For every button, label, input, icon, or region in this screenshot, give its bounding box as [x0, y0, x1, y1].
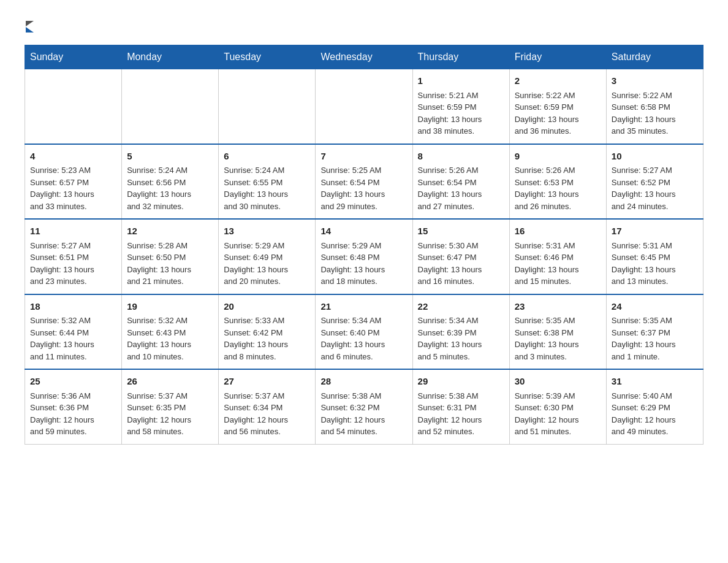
day-info: Sunrise: 5:26 AM	[515, 164, 601, 177]
day-number: 4	[30, 150, 116, 164]
day-info: Daylight: 13 hours	[127, 188, 213, 201]
calendar-cell: 29Sunrise: 5:38 AMSunset: 6:31 PMDayligh…	[412, 369, 509, 444]
day-info: Sunset: 6:35 PM	[127, 402, 213, 414]
day-info: Sunset: 6:48 PM	[320, 251, 407, 264]
day-info: Daylight: 13 hours	[127, 264, 213, 276]
day-info: Sunset: 6:50 PM	[127, 251, 213, 264]
weekday-header-thursday: Thursday	[412, 45, 509, 69]
day-info: and 32 minutes.	[127, 201, 213, 213]
day-info: and 23 minutes.	[30, 275, 116, 288]
day-number: 9	[515, 150, 601, 164]
weekday-header-wednesday: Wednesday	[316, 45, 412, 69]
calendar-cell	[219, 69, 316, 144]
day-info: and 16 minutes.	[418, 275, 504, 288]
day-info: Sunrise: 5:34 AM	[320, 315, 407, 327]
day-number: 18	[30, 300, 116, 314]
day-info: and 36 minutes.	[515, 125, 601, 137]
day-number: 31	[612, 375, 698, 389]
day-info: and 24 minutes.	[612, 201, 698, 213]
day-info: Daylight: 12 hours	[224, 414, 310, 426]
day-info: Sunrise: 5:37 AM	[127, 390, 213, 402]
day-info: and 15 minutes.	[515, 275, 601, 288]
day-info: Sunrise: 5:32 AM	[30, 315, 116, 327]
day-info: Daylight: 13 hours	[30, 264, 116, 276]
day-info: Daylight: 13 hours	[320, 339, 407, 351]
day-info: Sunrise: 5:31 AM	[612, 240, 698, 252]
calendar-cell: 19Sunrise: 5:32 AMSunset: 6:43 PMDayligh…	[122, 294, 219, 370]
calendar-cell	[122, 69, 219, 144]
day-info: Sunrise: 5:28 AM	[127, 240, 213, 252]
day-info: and 51 minutes.	[515, 426, 601, 438]
day-info: Sunset: 6:44 PM	[30, 327, 116, 339]
weekday-header-row: SundayMondayTuesdayWednesdayThursdayFrid…	[25, 45, 703, 69]
day-info: and 11 minutes.	[30, 351, 116, 363]
day-number: 3	[612, 74, 698, 88]
day-number: 2	[515, 74, 601, 88]
calendar-cell: 5Sunrise: 5:24 AMSunset: 6:56 PMDaylight…	[122, 144, 219, 220]
day-info: Sunrise: 5:33 AM	[224, 315, 310, 327]
day-info: and 20 minutes.	[224, 275, 310, 288]
day-number: 11	[30, 224, 116, 239]
day-info: Sunrise: 5:38 AM	[418, 390, 504, 402]
day-info: and 30 minutes.	[224, 201, 310, 213]
weekday-header-sunday: Sunday	[25, 45, 122, 69]
weekday-header-tuesday: Tuesday	[219, 45, 316, 69]
day-number: 30	[515, 375, 601, 389]
day-info: Sunrise: 5:22 AM	[515, 90, 601, 102]
day-info: Sunrise: 5:38 AM	[320, 390, 407, 402]
day-info: Sunrise: 5:29 AM	[224, 240, 310, 252]
day-info: Sunrise: 5:40 AM	[612, 390, 698, 402]
day-number: 15	[418, 224, 504, 239]
calendar-cell: 26Sunrise: 5:37 AMSunset: 6:35 PMDayligh…	[122, 369, 219, 444]
day-number: 16	[515, 224, 601, 239]
day-info: Sunset: 6:31 PM	[418, 402, 504, 414]
day-info: and 10 minutes.	[127, 351, 213, 363]
day-info: Daylight: 12 hours	[127, 414, 213, 426]
day-info: Sunrise: 5:37 AM	[224, 390, 310, 402]
day-number: 27	[224, 375, 310, 389]
day-info: Daylight: 13 hours	[418, 113, 504, 126]
day-info: Sunset: 6:52 PM	[612, 177, 698, 189]
day-info: Daylight: 13 hours	[515, 113, 601, 126]
calendar-cell: 20Sunrise: 5:33 AMSunset: 6:42 PMDayligh…	[219, 294, 316, 370]
week-row-2: 4Sunrise: 5:23 AMSunset: 6:57 PMDaylight…	[25, 144, 703, 220]
day-info: Sunset: 6:43 PM	[127, 327, 213, 339]
calendar-cell: 16Sunrise: 5:31 AMSunset: 6:46 PMDayligh…	[509, 219, 606, 294]
day-info: Daylight: 12 hours	[320, 414, 407, 426]
weekday-header-monday: Monday	[122, 45, 219, 69]
day-info: Sunset: 6:37 PM	[612, 327, 698, 339]
day-info: Sunrise: 5:24 AM	[127, 164, 213, 177]
day-info: and 13 minutes.	[612, 275, 698, 288]
day-number: 10	[612, 150, 698, 164]
day-info: Sunrise: 5:39 AM	[515, 390, 601, 402]
day-info: Sunset: 6:42 PM	[224, 327, 310, 339]
day-info: and 3 minutes.	[515, 351, 601, 363]
day-info: and 54 minutes.	[320, 426, 407, 438]
day-info: and 33 minutes.	[30, 201, 116, 213]
calendar-cell: 18Sunrise: 5:32 AMSunset: 6:44 PMDayligh…	[25, 294, 122, 370]
day-info: Sunrise: 5:29 AM	[320, 240, 407, 252]
calendar-cell: 30Sunrise: 5:39 AMSunset: 6:30 PMDayligh…	[509, 369, 606, 444]
day-info: and 58 minutes.	[127, 426, 213, 438]
calendar-cell: 27Sunrise: 5:37 AMSunset: 6:34 PMDayligh…	[219, 369, 316, 444]
day-info: Daylight: 13 hours	[515, 339, 601, 351]
day-info: Sunset: 6:40 PM	[320, 327, 407, 339]
calendar-cell: 31Sunrise: 5:40 AMSunset: 6:29 PMDayligh…	[606, 369, 703, 444]
day-info: Daylight: 13 hours	[612, 188, 698, 201]
day-info: Sunset: 6:49 PM	[224, 251, 310, 264]
calendar-cell: 8Sunrise: 5:26 AMSunset: 6:54 PMDaylight…	[412, 144, 509, 220]
calendar-cell: 10Sunrise: 5:27 AMSunset: 6:52 PMDayligh…	[606, 144, 703, 220]
day-number: 6	[224, 150, 310, 164]
calendar-cell: 22Sunrise: 5:34 AMSunset: 6:39 PMDayligh…	[412, 294, 509, 370]
day-number: 12	[127, 224, 213, 239]
day-number: 1	[418, 74, 504, 88]
day-info: Sunset: 6:59 PM	[418, 101, 504, 113]
calendar-cell: 17Sunrise: 5:31 AMSunset: 6:45 PMDayligh…	[606, 219, 703, 294]
day-number: 21	[320, 300, 407, 314]
day-info: Daylight: 12 hours	[418, 414, 504, 426]
calendar-cell: 1Sunrise: 5:21 AMSunset: 6:59 PMDaylight…	[412, 69, 509, 144]
logo	[25, 18, 34, 33]
day-info: Daylight: 13 hours	[127, 339, 213, 351]
day-info: and 38 minutes.	[418, 125, 504, 137]
day-info: Daylight: 13 hours	[30, 339, 116, 351]
